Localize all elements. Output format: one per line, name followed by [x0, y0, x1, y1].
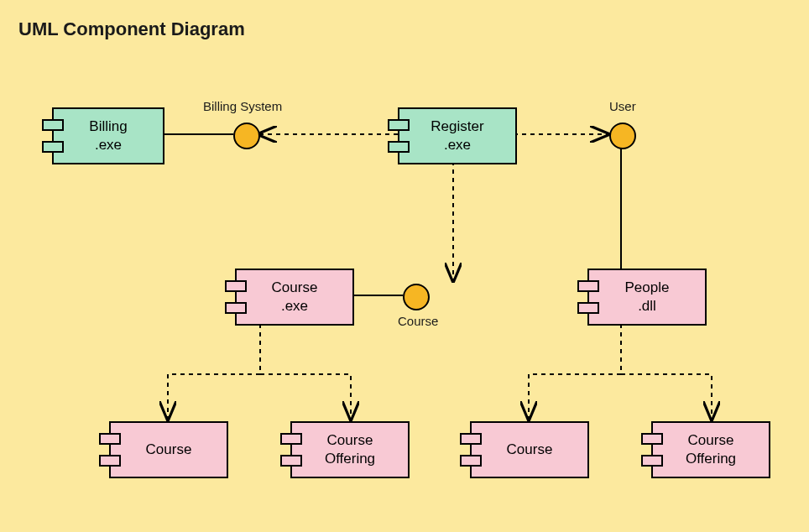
component-billing-exe: Billing.exe — [52, 107, 164, 164]
component-course-offering-1: CourseOffering — [290, 421, 410, 478]
label-user: User — [609, 99, 636, 113]
component-course-exe: Course.exe — [235, 269, 354, 326]
component-register-exe: Register.exe — [398, 107, 517, 164]
component-people-dll: People.dll — [587, 269, 707, 326]
interface-course — [403, 284, 430, 310]
component-course-1: Course — [109, 421, 228, 478]
interface-billing-system — [233, 123, 260, 149]
interface-user — [609, 123, 636, 149]
label-billing-system: Billing System — [203, 99, 282, 113]
component-course-offering-2: CourseOffering — [651, 421, 770, 478]
diagram-title: UML Component Diagram — [18, 18, 245, 40]
component-course-2: Course — [470, 421, 589, 478]
label-course: Course — [398, 314, 438, 328]
